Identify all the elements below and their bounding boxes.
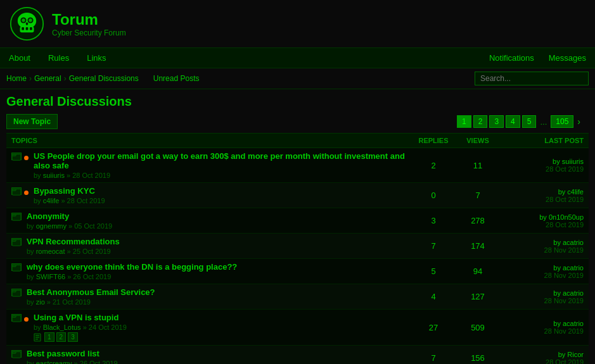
svg-point-1: [18, 13, 36, 29]
lastpost-author[interactable]: acatrio: [563, 320, 584, 327]
folder-icon: [11, 289, 22, 296]
folder-icon: [11, 153, 22, 160]
lastpost-author[interactable]: acatrio: [563, 239, 584, 246]
topic-title[interactable]: Best Anonymous Email Service?: [27, 287, 406, 297]
lastpost-user: by suiiuris: [553, 158, 584, 165]
breadcrumb-section[interactable]: General Discussions: [69, 74, 139, 83]
topic-meta: by SWIFT66 » 26 Oct 2019: [27, 273, 406, 280]
page-1-btn[interactable]: 1: [457, 115, 471, 128]
header: Torum Cyber Security Forum: [0, 0, 595, 48]
lastpost-user: by acatrio: [553, 239, 584, 246]
col-header-lastpost: LAST POST: [500, 134, 589, 148]
topic-content: US People drop your email got a way to e…: [34, 151, 406, 179]
topic-inner: Anonymity by ognemmy » 05 Oct 2019: [11, 211, 406, 230]
nav-notifications[interactable]: Notifications: [487, 51, 537, 65]
lastpost-author[interactable]: 0n10n50up: [549, 213, 584, 221]
table-row: why does everyone think the DN is a begg…: [6, 259, 589, 284]
new-topic-button[interactable]: New Topic: [6, 114, 58, 129]
topic-icon-wrap: [11, 237, 22, 246]
topic-title[interactable]: Bypassing KYC: [34, 186, 406, 196]
lastpost-author[interactable]: c4life: [567, 188, 584, 196]
nav-messages[interactable]: Messages: [546, 51, 589, 65]
hot-indicator: [24, 191, 29, 195]
lastpost-date: 28 Oct 2019: [546, 196, 584, 203]
page-title: General Discussions: [6, 94, 589, 109]
lastpost-user: by 0n10n50up: [539, 213, 584, 221]
topic-title[interactable]: why does everyone think the DN is a begg…: [27, 262, 406, 272]
topic-author[interactable]: suiiuris: [43, 172, 65, 179]
svg-rect-9: [26, 27, 29, 30]
topic-title[interactable]: Anonymity: [27, 211, 406, 221]
svg-rect-27: [35, 337, 39, 338]
breadcrumb-home[interactable]: Home: [6, 74, 27, 83]
lastpost-cell: by suiiuris28 Oct 2019: [500, 148, 589, 183]
topic-content: why does everyone think the DN is a begg…: [27, 262, 406, 280]
page-3-btn[interactable]: 3: [489, 115, 504, 128]
breadcrumb-unread[interactable]: Unread Posts: [153, 74, 200, 83]
views-cell: 7: [456, 183, 500, 208]
topic-inner: Using a VPN is stupid by Black_Lotus » 2…: [11, 313, 406, 342]
topics-table: TOPICS REPLIES VIEWS LAST POST US People…: [6, 133, 589, 364]
topic-title[interactable]: US People drop your email got a way to e…: [34, 151, 406, 170]
topic-content: VPN Recommendations by romeocat » 25 Oct…: [27, 237, 406, 255]
lastpost-author[interactable]: suiiuris: [562, 158, 584, 165]
topic-title[interactable]: Best password list: [27, 349, 406, 358]
svg-rect-12: [12, 154, 16, 156]
topic-author[interactable]: SWIFT66: [36, 273, 65, 280]
table-row: VPN Recommendations by romeocat » 25 Oct…: [6, 234, 589, 259]
topic-author[interactable]: c4life: [43, 197, 60, 204]
lastpost-author[interactable]: acatrio: [563, 289, 584, 297]
lastpost-date: 28 Oct 2019: [546, 221, 584, 229]
topic-icon-wrap: [11, 186, 29, 195]
skull-icon: [10, 6, 44, 41]
mini-page-btn[interactable]: 2: [56, 332, 67, 342]
topic-cell-5: Best Anonymous Email Service? by zio » 2…: [6, 284, 411, 310]
page-4-btn[interactable]: 4: [506, 115, 520, 128]
page-105-btn[interactable]: 105: [551, 115, 573, 128]
topic-author[interactable]: eastcreamy: [36, 360, 72, 364]
topic-pages: 123: [34, 332, 406, 342]
page-next-arrow[interactable]: ›: [575, 115, 582, 128]
replies-cell: 0: [411, 183, 456, 208]
mini-page-btn[interactable]: 1: [44, 332, 54, 342]
table-row: Bypassing KYC by c4life » 28 Oct 2019 07…: [6, 183, 589, 208]
replies-cell: 3: [411, 208, 456, 234]
topic-title[interactable]: Using a VPN is stupid: [34, 313, 406, 322]
breadcrumb-bar: Home › General › General Discussions Unr…: [0, 68, 595, 89]
svg-rect-8: [22, 27, 24, 30]
topic-meta: by zio » 21 Oct 2019: [27, 298, 406, 306]
topic-inner: Bypassing KYC by c4life » 28 Oct 2019: [11, 186, 406, 204]
topic-author[interactable]: ognemmy: [36, 222, 67, 230]
page-title-bar: General Discussions: [0, 89, 595, 111]
svg-rect-24: [12, 315, 16, 317]
table-wrapper: TOPICS REPLIES VIEWS LAST POST US People…: [0, 133, 595, 364]
nav-about[interactable]: About: [6, 51, 33, 65]
col-header-views: VIEWS: [456, 134, 500, 148]
page-2-btn[interactable]: 2: [473, 115, 488, 128]
svg-point-7: [26, 22, 29, 25]
topic-title[interactable]: VPN Recommendations: [27, 237, 406, 246]
lastpost-user: by c4life: [558, 188, 584, 196]
views-cell: 174: [456, 234, 500, 259]
nav-rules[interactable]: Rules: [46, 51, 72, 65]
views-cell: 278: [456, 208, 500, 234]
mini-page-btn[interactable]: 3: [68, 332, 78, 342]
topic-author[interactable]: Black_Lotus: [43, 323, 81, 331]
topic-author[interactable]: zio: [36, 298, 45, 306]
lastpost-author[interactable]: Ricor: [567, 351, 584, 358]
replies-cell: 27: [411, 310, 456, 346]
nav-links[interactable]: Links: [84, 51, 108, 65]
pagination-bar: 1 2 3 4 5 ... 105 ›: [451, 113, 589, 130]
topic-author[interactable]: romeocat: [36, 248, 65, 255]
topic-icon-wrap: [11, 262, 22, 271]
lastpost-cell: by acatrio28 Nov 2019: [500, 284, 589, 310]
folder-icon: [11, 350, 22, 358]
table-header-row: TOPICS REPLIES VIEWS LAST POST: [6, 134, 589, 148]
lastpost-user: by Ricor: [558, 351, 584, 358]
search-input[interactable]: [475, 72, 589, 85]
page-5-btn[interactable]: 5: [522, 115, 537, 128]
svg-rect-16: [12, 214, 16, 216]
lastpost-author[interactable]: acatrio: [563, 264, 584, 272]
table-row: Best password list by eastcreamy » 26 Oc…: [6, 346, 589, 365]
breadcrumb-general[interactable]: General: [34, 74, 61, 83]
